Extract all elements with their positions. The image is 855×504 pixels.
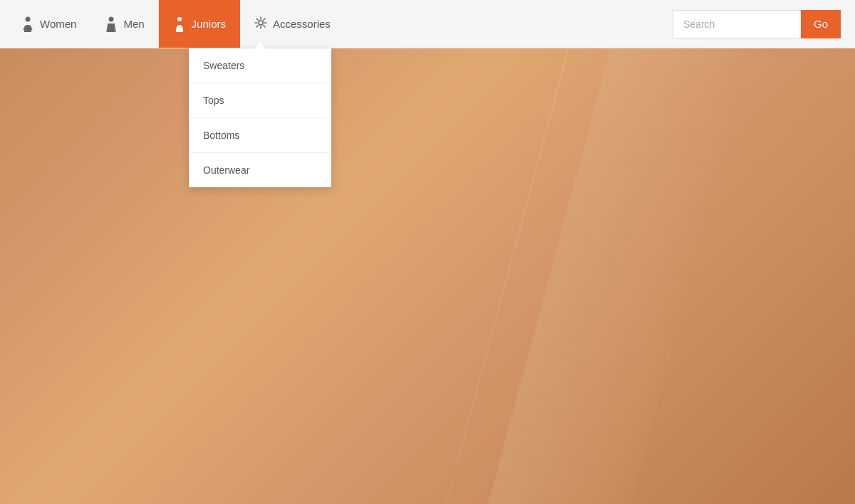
nav-men-label: Men	[123, 18, 144, 30]
page-background	[0, 0, 855, 504]
search-area: Go	[665, 0, 848, 48]
dropdown-item-outerwear[interactable]: Outerwear	[189, 153, 331, 187]
nav-juniors-label: Juniors	[192, 18, 226, 30]
dropdown-item-tops[interactable]: Tops	[189, 83, 331, 118]
dropdown-item-sweaters[interactable]: Sweaters	[189, 48, 331, 83]
juniors-dropdown: Sweaters Tops Bottoms Outerwear	[189, 48, 331, 187]
nav-women-label: Women	[40, 18, 76, 30]
dropdown-arrow	[254, 43, 266, 48]
nav-item-women[interactable]: Women	[7, 0, 90, 48]
man-icon	[105, 16, 118, 32]
junior-icon	[173, 16, 186, 32]
search-input[interactable]	[673, 10, 801, 38]
woman-icon	[21, 16, 34, 32]
nav-item-men[interactable]: Men	[90, 0, 158, 48]
svg-point-4	[259, 21, 263, 25]
accessories-icon	[254, 16, 267, 32]
nav-item-juniors[interactable]: Juniors	[159, 0, 240, 48]
nav-items: Women Men Juniors	[7, 0, 665, 48]
nav-item-accessories[interactable]: Accessories	[240, 0, 345, 48]
go-button[interactable]: Go	[801, 10, 841, 38]
svg-point-1	[109, 16, 114, 21]
main-navbar: Women Men Juniors	[0, 0, 855, 48]
svg-point-0	[26, 16, 31, 21]
nav-accessories-label: Accessories	[273, 18, 331, 30]
dropdown-item-bottoms[interactable]: Bottoms	[189, 118, 331, 153]
